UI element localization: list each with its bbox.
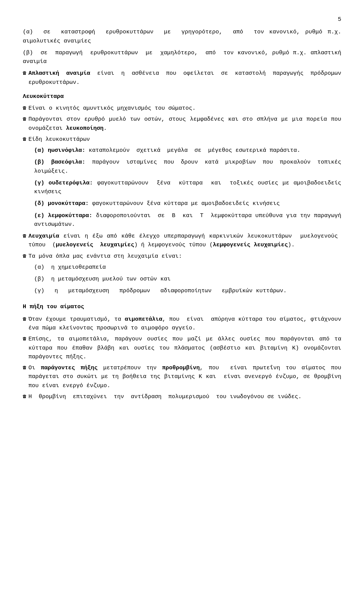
- eidi-item-alpha: (α) ηωσινόφιλα: καταπολεμούν σχετικά μεγ…: [34, 146, 341, 155]
- opla-alpha: (α) η χημειοθεραπεία: [34, 263, 341, 272]
- bullet-travmatismos-text: Όταν έχουμε τραυματισμό, τα αιμοπετάλια,…: [28, 315, 341, 333]
- bullet-eidi: ☎ Είδη λευκοκυττάρων: [23, 135, 341, 144]
- myelogeneiss-bold: μυελογενείς λευχαιμίες: [56, 242, 134, 248]
- bullet-travamatismos: ☎ Όταν έχουμε τραυματισμό, τα αιμοπετάλι…: [23, 315, 341, 333]
- bullet-icon-opla: ☎: [23, 252, 26, 261]
- bullet-leuxaimia: ☎ Λευχαιμία είναι η έξω από κάθε έλεγχο …: [23, 232, 341, 250]
- eidi-subitems: (α) ηωσινόφιλα: καταπολεμούν σχετικά μεγ…: [34, 146, 341, 229]
- bullet-aplastiki-text: Απλαστική αναιμία είναι η ασθένεια που ο…: [28, 69, 341, 87]
- lemfogeneiss-bold: λεμφογενείς λευχαιμίες: [213, 242, 288, 248]
- bullet-icon-episis: ☎: [23, 335, 26, 343]
- bullet-paragontes-text: Οι παράγοντες πήξης μετατρέπουν την προθ…: [28, 364, 341, 390]
- bullet-kinitoss: ☎ Είναι ο κινητός αμυντικός μηχανισμός τ…: [23, 104, 341, 113]
- section-pixin: Η πήξη του αίματος: [23, 302, 341, 311]
- bullet-paragontal-text: Παράγονται στον ερυθρό μυελό των οστών, …: [28, 115, 341, 133]
- bullet-episis: ☎ Επίσης, τα αιμοπετάλια, παράγουν ουσίε…: [23, 335, 341, 361]
- leuxaimia-bold: Λευχαιμία: [28, 233, 59, 239]
- bullet-opla: ☎ Τα μόνα όπλα μας ενάντια στη λευχαιμία…: [23, 252, 341, 261]
- bullet-icon-kinitos: ☎: [23, 104, 26, 113]
- bullet-thromvini-text: Η θρομβίνη επιταχύνει την αντίδραση πολυ…: [28, 392, 341, 401]
- eidi-delta-label: (δ) μονοκύτταρα:: [34, 200, 89, 207]
- eidi-item-delta: (δ) μονοκύτταρα: φαγοκυτταρώνουν ξένα κύ…: [34, 199, 341, 208]
- eidi-epsilon-label: (ε) λεμφοκύτταρα:: [34, 213, 93, 219]
- bullet-icon-eidi: ☎: [23, 135, 26, 144]
- bullet-icon-thromvini: ☎: [23, 392, 26, 401]
- prothromvini-bold: προθρομβίνη: [162, 365, 200, 371]
- paragraph-2: (β) σε παραγωγή ερυθροκυττάρων με χαμηλό…: [23, 49, 341, 66]
- section-leukokytt: Λευκοκύτταρα: [23, 92, 341, 101]
- bullet-kinitos-text: Είναι ο κινητός αμυντικός μηχανισμός του…: [28, 104, 341, 113]
- eidi-item-beta: (β) βασεόφιλα: παράγουν ισταμίνες που δρ…: [34, 158, 341, 176]
- bullet-thromvini: ☎ Η θρομβίνη επιταχύνει την αντίδραση πο…: [23, 392, 341, 401]
- page-container: 5 (α) σε καταστροφή ερυθροκυττάρων με γρ…: [23, 15, 341, 401]
- page-number: 5: [23, 15, 341, 24]
- paragontes-bold: παράγοντες πήξης: [41, 365, 98, 371]
- eidi-beta-label: (β) βασεόφιλα:: [34, 159, 85, 165]
- bullet-leuxaimia-text: Λευχαιμία είναι η έξω από κάθε έλεγχο υπ…: [28, 232, 341, 250]
- bullet-icon-travmatismos: ☎: [23, 315, 26, 324]
- aimopetalia-bold: αιμοπετάλια: [125, 316, 162, 323]
- eidi-item-epsilon: (ε) λεμφοκύτταρα: διαφοροποιούνται σε Β …: [34, 211, 341, 229]
- leukopoiisi-bold: λευκοποίηση: [66, 125, 104, 132]
- opla-gamma: (γ) η μεταμόσχευση πρόδρομων αδιαφοροποί…: [34, 287, 341, 295]
- bullet-paragontes: ☎ Οι παράγοντες πήξης μετατρέπουν την πρ…: [23, 364, 341, 390]
- bullet-opla-text: Τα μόνα όπλα μας ενάντια στη λευχαιμία ε…: [28, 252, 341, 261]
- bullet-aplastiki: ☎ Απλαστική αναιμία είναι η ασθένεια που…: [23, 69, 341, 87]
- bullet-icon-paragontes: ☎: [23, 364, 26, 372]
- bullet-icon-paragontal: ☎: [23, 115, 26, 124]
- bullet-icon-leuxaimia: ☎: [23, 232, 26, 241]
- aplastiki-bold: Απλαστική αναιμία: [28, 70, 90, 77]
- bullet-eidi-text: Είδη λευκοκυττάρων: [28, 135, 341, 144]
- eidi-gamma-label: (γ) ουδετερόφιλα:: [34, 180, 93, 186]
- paragraph-1: (α) σε καταστροφή ερυθροκυττάρων με γρηγ…: [23, 28, 341, 46]
- bullet-episis-text: Επίσης, τα αιμοπετάλια, παράγουν ουσίες …: [28, 335, 341, 361]
- opla-beta: (β) η μεταμόσχευση μυελού των οστών και: [34, 275, 341, 284]
- opla-list: (α) η χημειοθεραπεία (β) η μεταμόσχευση …: [34, 263, 341, 296]
- eidi-alpha-label: (α) ηωσινόφιλα:: [34, 147, 85, 154]
- eidi-item-gamma: (γ) ουδετερόφιλα: φαγοκυτταρώνουν ξένα κ…: [34, 179, 341, 197]
- bullet-icon-aplastiki: ☎: [23, 69, 26, 78]
- bullet-paragontal: ☎ Παράγονται στον ερυθρό μυελό των οστών…: [23, 115, 341, 133]
